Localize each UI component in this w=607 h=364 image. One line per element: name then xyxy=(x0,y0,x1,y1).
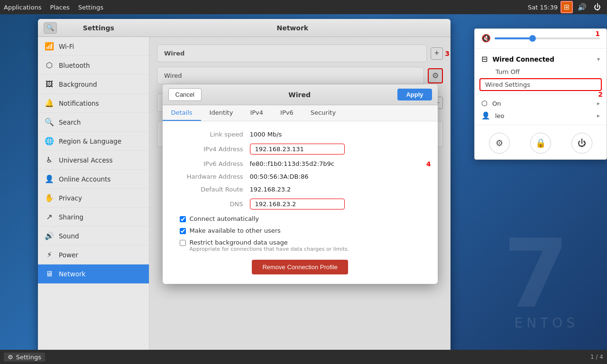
settings-menu[interactable]: Settings xyxy=(78,4,103,11)
tray-lock-button[interactable]: 🔒 xyxy=(530,133,551,154)
online-accounts-icon: 👤 xyxy=(45,174,54,183)
sidebar-item-universal-access[interactable]: ♿ Universal Access xyxy=(38,151,149,170)
sidebar-label-background: Background xyxy=(59,81,97,88)
tab-security[interactable]: Security xyxy=(302,105,344,121)
sidebar-item-notifications[interactable]: 🔔 Notifications xyxy=(38,94,149,113)
sidebar-label-bluetooth: Bluetooth xyxy=(59,62,90,69)
ipv4-row: IPv4 Address 192.168.23.131 xyxy=(174,144,426,155)
sidebar: 📶 Wi-Fi ⬡ Bluetooth 🖼 Background 🔔 Notif… xyxy=(38,37,149,350)
tray-power-button[interactable]: ⏻ xyxy=(571,133,592,154)
search-icon: 🔍 xyxy=(45,118,54,127)
sidebar-item-power[interactable]: ⚡ Power xyxy=(38,246,149,264)
wired-dialog-overlay: Cancel Wired Apply Details Identity IPv4… xyxy=(149,37,451,350)
settings-body: 📶 Wi-Fi ⬡ Bluetooth 🖼 Background 🔔 Notif… xyxy=(38,37,451,350)
network-section-title: Network xyxy=(219,24,366,32)
volume-row: 🔇 1 xyxy=(475,29,607,46)
dialog-tabs: Details Identity IPv4 IPv6 Security xyxy=(163,105,438,121)
sidebar-item-region[interactable]: 🌐 Region & Language xyxy=(38,132,149,151)
sharing-icon: ↗ xyxy=(45,212,54,221)
page-info: 1 / 4 xyxy=(590,354,603,360)
settings-window-title: Settings xyxy=(62,24,136,32)
default-route-row: Default Route 192.168.23.2 xyxy=(174,186,426,193)
volume-slider[interactable] xyxy=(495,37,600,39)
bluetooth-icon: ⬡ xyxy=(45,61,54,70)
wired-connected-label: Wired Connected xyxy=(492,55,592,63)
dialog-content: Link speed 1000 Mb/s IPv4 Address 192.16… xyxy=(163,121,438,284)
sidebar-label-privacy: Privacy xyxy=(59,194,82,202)
connect-auto-label: Connect automatically xyxy=(190,215,259,222)
sidebar-label-universal-access: Universal Access xyxy=(59,156,113,164)
restrict-checkbox[interactable] xyxy=(180,240,186,246)
dns-row: DNS 192.168.23.2 xyxy=(174,199,426,209)
tab-identity[interactable]: Identity xyxy=(201,105,242,121)
tray-popup: 🔇 1 ⊟ Wired Connected ▾ Turn Off Wired S… xyxy=(474,28,607,160)
turn-off-row[interactable]: Turn Off xyxy=(475,66,607,77)
other-users-checkbox[interactable] xyxy=(180,228,186,234)
bottom-taskbar: ⚙ Settings 1 / 4 xyxy=(0,350,607,364)
wired-dialog: Cancel Wired Apply Details Identity IPv4… xyxy=(163,84,438,284)
sidebar-item-privacy[interactable]: ✋ Privacy xyxy=(38,189,149,208)
sidebar-item-background[interactable]: 🖼 Background xyxy=(38,75,149,94)
sound-icon: 🔊 xyxy=(45,231,54,240)
sidebar-item-sharing[interactable]: ↗ Sharing xyxy=(38,208,149,227)
hardware-value: 00:50:56:3A:DB:86 xyxy=(250,173,309,180)
restrict-row: Restrict background data usage Appropria… xyxy=(174,239,426,252)
tab-ipv4[interactable]: IPv4 xyxy=(241,105,272,121)
volume-tray-icon[interactable]: 🔊 xyxy=(576,1,588,13)
region-icon: 🌐 xyxy=(45,136,54,146)
bluetooth-row: ⬡ On ▸ xyxy=(475,97,607,109)
default-route-value: 192.168.23.2 xyxy=(250,186,291,193)
dns-value: 192.168.23.2 xyxy=(250,199,345,209)
sidebar-label-notifications: Notifications xyxy=(59,100,99,107)
tab-details[interactable]: Details xyxy=(163,105,201,121)
sidebar-item-network[interactable]: 🖥 Network xyxy=(38,264,149,283)
tab-ipv6[interactable]: IPv6 xyxy=(272,105,302,121)
tray-divider-1 xyxy=(475,48,607,49)
sidebar-label-sound: Sound xyxy=(59,232,79,240)
settings-window: 🔍 Settings Network 📶 Wi-Fi ⬡ Bluetooth 🖼 xyxy=(38,19,451,350)
link-speed-row: Link speed 1000 Mb/s xyxy=(174,131,426,138)
sidebar-label-power: Power xyxy=(59,251,78,259)
tray-bottom-actions: ⚙ 🔒 ⏻ xyxy=(475,128,607,154)
bluetooth-arrow-icon[interactable]: ▸ xyxy=(597,100,600,107)
network-icon: 🖥 xyxy=(45,269,54,278)
sidebar-label-wifi: Wi-Fi xyxy=(59,43,74,50)
restrict-label: Restrict background data usage Appropria… xyxy=(190,239,349,252)
places-menu[interactable]: Places xyxy=(50,4,69,11)
taskbar-left: Applications Places Settings xyxy=(4,4,103,11)
link-speed-value: 1000 Mb/s xyxy=(250,131,282,138)
wired-chevron-icon[interactable]: ▾ xyxy=(597,56,600,63)
dialog-apply-button[interactable]: Apply xyxy=(397,89,432,100)
volume-mute-icon[interactable]: 🔇 xyxy=(481,34,491,43)
wired-settings-row[interactable]: Wired Settings xyxy=(479,78,602,91)
default-route-label: Default Route xyxy=(174,186,250,193)
bluetooth-tray-icon: ⬡ xyxy=(481,99,487,108)
annotation-1: 1 xyxy=(595,30,600,37)
sidebar-label-online-accounts: Online Accounts xyxy=(59,175,110,183)
apps-menu[interactable]: Applications xyxy=(4,4,41,11)
ipv4-value: 192.168.23.131 xyxy=(250,144,345,155)
dialog-cancel-button[interactable]: Cancel xyxy=(168,88,202,101)
bottom-settings-button[interactable]: ⚙ Settings xyxy=(4,353,45,362)
power-tray-icon[interactable]: ⏻ xyxy=(591,1,603,13)
user-arrow-icon[interactable]: ▸ xyxy=(597,112,600,119)
wired-tray-icon: ⊟ xyxy=(481,55,487,64)
desktop-number: 7 xyxy=(503,227,569,321)
sidebar-item-sound[interactable]: 🔊 Sound xyxy=(38,227,149,246)
ipv6-label: IPv6 Address xyxy=(174,160,250,167)
dns-label: DNS xyxy=(174,200,250,208)
settings-titlebar: 🔍 Settings Network xyxy=(38,19,451,37)
sidebar-label-region: Region & Language xyxy=(59,137,121,145)
remove-connection-button[interactable]: Remove Connection Profile xyxy=(252,260,348,274)
sidebar-item-bluetooth[interactable]: ⬡ Bluetooth xyxy=(38,56,149,75)
annotation-4: 4 xyxy=(426,160,431,168)
settings-search-button[interactable]: 🔍 xyxy=(44,22,57,34)
sidebar-item-online-accounts[interactable]: 👤 Online Accounts xyxy=(38,170,149,189)
dialog-title: Wired xyxy=(206,91,393,99)
sidebar-item-wifi[interactable]: 📶 Wi-Fi xyxy=(38,37,149,56)
connect-auto-checkbox[interactable] xyxy=(180,216,186,222)
network-tray-icon[interactable]: ⊞ xyxy=(561,1,573,13)
tray-settings-button[interactable]: ⚙ xyxy=(489,133,510,154)
sidebar-label-network: Network xyxy=(59,270,85,278)
sidebar-item-search[interactable]: 🔍 Search xyxy=(38,113,149,132)
